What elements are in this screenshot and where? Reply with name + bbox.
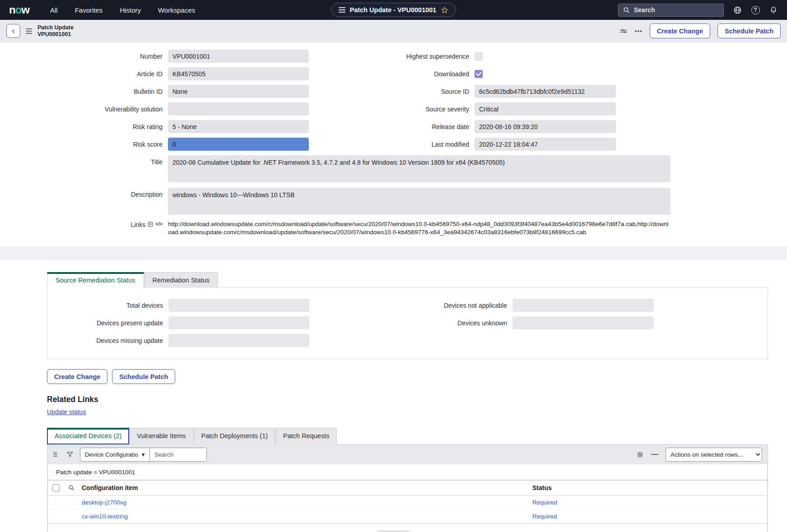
field-source-id: Source ID 6c5cd62bdb47fb713dbfc0f2e9d511… <box>309 85 616 98</box>
global-search[interactable] <box>618 4 724 17</box>
list-toolbar: Device Configuratio ▾ — Actions on selec… <box>47 444 768 464</box>
release-date-input[interactable]: 2020-08-16 09:39:20 <box>475 120 616 133</box>
code-view-icon[interactable]: </> <box>155 221 163 227</box>
gear-settings-icon[interactable] <box>636 451 644 458</box>
logo-o: o <box>15 4 22 16</box>
field-links: Links </> http://download.windowsupdate.… <box>0 220 787 236</box>
last-modified-input[interactable]: 2020-12-22 18:04:47 <box>475 138 616 151</box>
row-status-link[interactable]: Required <box>532 499 557 506</box>
personalize-form-icon[interactable] <box>619 27 628 35</box>
last-modified-label: Last modified <box>309 141 475 148</box>
global-search-input[interactable] <box>634 6 719 14</box>
field-risk-rating: Risk rating 5 - None <box>0 120 309 133</box>
filter-funnel-icon[interactable] <box>66 451 74 458</box>
back-button[interactable] <box>6 24 20 38</box>
title-input[interactable]: 2020-08 Cumulative Update for .NET Frame… <box>168 155 671 182</box>
record-title-number: VPU0001001 <box>37 31 74 37</box>
search-field-selector[interactable]: Device Configuratio ▾ <box>80 448 150 461</box>
menu-workspaces[interactable]: Workspaces <box>158 6 195 14</box>
remediation-tab-row: Source Remediation Status Remediation St… <box>47 272 787 288</box>
form-context-menu-icon[interactable] <box>26 28 32 34</box>
row-configuration-item-link[interactable]: desktop-j2700vg <box>82 499 126 506</box>
notifications-bell-icon[interactable] <box>769 5 778 14</box>
source-severity-label: Source severity <box>309 106 475 113</box>
list-context-menu-icon[interactable] <box>53 451 60 458</box>
schedule-patch-button[interactable]: Schedule Patch <box>717 23 781 38</box>
tab-vulnerable-items[interactable]: Vulnerable Items <box>129 428 193 444</box>
risk-rating-input[interactable]: 5 - None <box>168 120 309 133</box>
tab-patch-deployments[interactable]: Patch Deployments (1) <box>194 428 275 444</box>
footer-create-change-button[interactable]: Create Change <box>47 369 107 384</box>
context-pill[interactable]: Patch Update - VPU0001001 <box>331 3 456 17</box>
devices-present-update-label: Devices present update <box>47 319 168 327</box>
associated-devices-list: Device Configuratio ▾ — Actions on selec… <box>47 444 768 532</box>
tab-source-remediation-status[interactable]: Source Remediation Status <box>47 272 144 288</box>
select-all-checkbox[interactable] <box>52 484 60 491</box>
devices-not-applicable-input[interactable] <box>512 299 654 312</box>
globe-icon[interactable] <box>733 5 742 14</box>
devices-missing-update-label: Devices missing update <box>47 337 168 344</box>
logo-n: n <box>9 4 15 16</box>
section-divider <box>0 246 787 260</box>
chevron-down-icon: ▾ <box>142 451 145 458</box>
row-status-link[interactable]: Required <box>532 513 557 520</box>
related-links-heading: Related Links <box>47 395 787 404</box>
field-source-severity: Source severity Critical <box>309 102 616 116</box>
devices-missing-update-input[interactable] <box>168 334 309 347</box>
field-highest-supersedence: Highest supersedence <box>309 50 616 63</box>
list-condition-breadcrumb[interactable]: Patch update = VPU0001001 <box>47 464 768 480</box>
vulnerability-solution-input[interactable] <box>168 102 309 116</box>
topnav-menu: All Favorites History Workspaces <box>50 6 195 14</box>
tab-associated-devices[interactable]: Associated Devices (2) <box>47 428 129 444</box>
actions-on-rows-select[interactable]: Actions on selected rows... <box>666 448 762 462</box>
description-input[interactable]: windows - Windows 10---Windows 10 LTSB <box>168 188 671 215</box>
context-menu-icon[interactable] <box>339 7 345 13</box>
update-status-link[interactable]: Update status <box>47 408 86 416</box>
highest-supersedence-checkbox[interactable] <box>475 52 483 60</box>
pagination: 1 to 2 of 2 <box>47 524 768 532</box>
highest-supersedence-label: Highest supersedence <box>309 53 475 60</box>
favorite-star-icon[interactable] <box>441 6 448 14</box>
menu-favorites[interactable]: Favorites <box>75 6 103 14</box>
column-configuration-item[interactable]: Configuration item <box>79 484 532 491</box>
vulnerability-solution-label: Vulnerability solution <box>0 106 168 113</box>
form-right-column: Highest supersedence Downloaded Source I… <box>309 50 616 155</box>
links-value[interactable]: http://download.windowsupdate.com/c/msdo… <box>168 220 671 236</box>
more-options-icon[interactable]: ••• <box>635 28 643 34</box>
risk-score-input[interactable]: 0 <box>168 138 309 151</box>
notes-editor-icon[interactable] <box>147 221 154 227</box>
row-configuration-item-link[interactable]: cx-win10-testring <box>82 513 128 520</box>
menu-history[interactable]: History <box>120 6 141 14</box>
devices-table: Configuration item Status desktop-j2700v… <box>47 480 768 524</box>
field-devices-missing-update: Devices missing update <box>47 334 309 347</box>
column-status[interactable]: Status <box>532 484 767 491</box>
column-search-icon[interactable] <box>64 485 79 491</box>
bulletin-id-input[interactable]: None <box>168 85 309 98</box>
footer-schedule-patch-button[interactable]: Schedule Patch <box>112 369 175 384</box>
total-devices-input[interactable] <box>168 299 309 312</box>
footer-actions: Create Change Schedule Patch <box>0 359 787 384</box>
description-label: Description <box>0 188 168 215</box>
source-severity-input[interactable]: Critical <box>475 102 616 116</box>
menu-all[interactable]: All <box>50 6 58 14</box>
field-last-modified: Last modified 2020-12-22 18:04:47 <box>309 138 616 151</box>
tab-remediation-status[interactable]: Remediation Status <box>144 272 219 288</box>
number-input[interactable]: VPU0001001 <box>168 50 309 63</box>
source-id-input[interactable]: 6c5cd62bdb47fb713dbfc0f2e9d51132 <box>475 85 616 98</box>
create-change-button[interactable]: Create Change <box>650 23 710 38</box>
devices-present-update-input[interactable] <box>168 316 309 329</box>
help-icon[interactable]: ? <box>751 5 760 14</box>
downloaded-checkbox[interactable] <box>475 70 483 78</box>
devices-unknown-label: Devices unknown <box>309 319 512 327</box>
record-header: Patch Update VPU0001001 ••• Create Chang… <box>0 20 787 42</box>
article-id-input[interactable]: KB4570505 <box>168 67 309 80</box>
record-title-type: Patch Update <box>37 24 74 31</box>
field-devices-present-update: Devices present update <box>47 316 309 329</box>
list-search-compound: Device Configuratio ▾ <box>80 448 207 462</box>
servicenow-logo[interactable]: now <box>9 4 29 16</box>
tab-patch-requests[interactable]: Patch Requests <box>275 428 337 444</box>
collapse-list-icon[interactable]: — <box>651 450 658 458</box>
list-search-input[interactable] <box>150 448 206 461</box>
devices-unknown-input[interactable] <box>512 316 654 329</box>
current-page-input[interactable]: 1 <box>377 530 410 532</box>
